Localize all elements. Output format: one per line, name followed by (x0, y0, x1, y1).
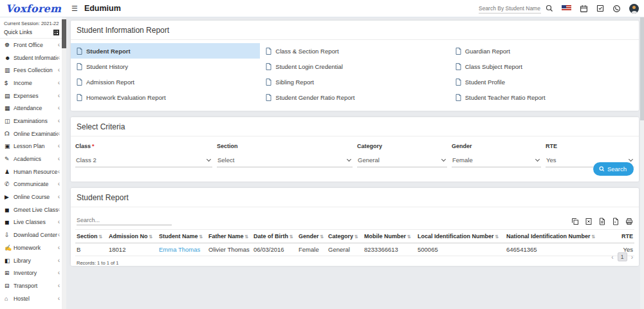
sort-icon: ⇅ (407, 234, 411, 239)
sort-icon: ⇅ (99, 234, 103, 239)
col-date-of-birth[interactable]: Date of Birth⇅ (252, 230, 297, 243)
category-select[interactable]: General (357, 152, 447, 167)
cell-father-name: Olivier Thomas (207, 243, 252, 256)
document-icon (455, 94, 461, 101)
sidebar-item-examinations[interactable]: ◫ Examinations ‹ (0, 115, 66, 127)
chevron-icon: ‹ (58, 93, 60, 99)
sidebar-item-download-center[interactable]: ⇩ Download Center ‹ (0, 229, 66, 241)
csv-export-icon[interactable] (598, 218, 606, 225)
sidebar-item-front-office[interactable]: ☸ Front Office ‹ (0, 39, 66, 52)
col-national-identification-number[interactable]: National Identification Number⇅ (505, 230, 614, 243)
pdf-export-icon[interactable] (612, 218, 620, 225)
link-student-teacher-ratio-report[interactable]: Student Teacher Ratio Report (450, 89, 639, 105)
student-search-input[interactable] (479, 4, 541, 14)
sidebar-item-online-course[interactable]: ▶ Online Course ‹ (0, 191, 66, 203)
front-office-icon: ☸ (5, 42, 14, 48)
link-admission-report[interactable]: Admission Report (71, 74, 260, 89)
chevron-down-icon (347, 157, 351, 162)
link-student-profile[interactable]: Student Profile (450, 74, 639, 89)
col-section[interactable]: Section⇅ (75, 230, 107, 243)
next-page-button[interactable]: › (631, 254, 633, 261)
prev-page-button[interactable]: ‹ (611, 254, 613, 261)
hamburger-menu-icon[interactable]: ☰ (71, 5, 78, 13)
sidebar-item-inventory[interactable]: ⊞ Inventory ‹ (0, 267, 66, 279)
library-icon: ◧ (5, 258, 14, 264)
excel-export-icon[interactable] (585, 218, 593, 225)
field-class: Class* Class 2 (75, 143, 212, 167)
link-student-report[interactable]: Student Report (71, 43, 260, 59)
sidebar-item-library[interactable]: ◧ Library ‹ (0, 254, 66, 267)
link-sibling-report[interactable]: Sibling Report (260, 74, 449, 89)
document-icon (77, 94, 82, 101)
chevron-icon: ‹ (58, 283, 60, 289)
page-number-button[interactable]: 1 (618, 252, 627, 261)
sidebar-item-homework[interactable]: ✍ Homework ‹ (0, 241, 66, 254)
col-admission-no[interactable]: Admission No⇅ (107, 230, 158, 243)
sidebar-scrollbar-thumb[interactable] (62, 19, 66, 48)
link-student-login-credential[interactable]: Student Login Credential (260, 59, 449, 74)
cell-gender: Female (297, 243, 327, 256)
copy-icon[interactable] (571, 218, 579, 225)
chevron-down-icon (535, 157, 540, 162)
link-homework-evaluation-report[interactable]: Homework Evaluation Report (71, 89, 260, 105)
sidebar-item-fees-collection[interactable]: ▥ Fees Collection ‹ (0, 64, 66, 77)
section-select[interactable]: Select (217, 152, 353, 167)
table-search-input[interactable] (77, 216, 172, 225)
sidebar-item-lesson-plan[interactable]: ▣ Lesson Plan ‹ (0, 140, 66, 153)
sidebar-item-student-information[interactable]: ☻ Student Information ‹ (0, 52, 66, 64)
sidebar-item-online-examinations[interactable]: ☊ Online Examinations ‹ (0, 127, 66, 140)
link-class-section-report[interactable]: Class & Section Report (260, 43, 449, 59)
tasks-icon[interactable] (596, 5, 604, 12)
user-avatar-icon[interactable] (629, 4, 639, 14)
link-guardian-report[interactable]: Guardian Report (450, 43, 639, 59)
sidebar-item-income[interactable]: $ Income ‹ (0, 77, 66, 89)
col-gender[interactable]: Gender⇅ (297, 230, 327, 243)
top-bar: Voxforem ☰ Edumium (0, 0, 644, 17)
field-section: Section Select (217, 143, 353, 167)
pagination: ‹ 1 › (611, 252, 633, 261)
chevron-icon: ‹ (58, 42, 60, 48)
document-icon (266, 63, 271, 70)
print-icon[interactable] (625, 218, 633, 225)
chevron-icon: ‹ (58, 131, 60, 137)
sidebar-item-transport[interactable]: ⊟ Transport ‹ (0, 279, 66, 292)
link-student-history[interactable]: Student History (71, 59, 260, 74)
chevron-icon: ‹ (58, 169, 60, 175)
sort-icon: ⇅ (592, 234, 596, 239)
link-class-subject-report[interactable]: Class Subject Report (450, 59, 639, 74)
sidebar-item-human-resource[interactable]: ♟ Human Resource ‹ (0, 165, 66, 178)
card-title: Student Report (71, 188, 639, 207)
sidebar-item-expenses[interactable]: ▤ Expenses ‹ (0, 89, 66, 102)
sidebar: Current Session: 2021-22 Quick Links ☸ F… (0, 17, 66, 309)
calendar-icon[interactable] (580, 5, 588, 13)
search-icon[interactable] (546, 5, 553, 12)
col-local-identification-number[interactable]: Local Identification Number⇅ (416, 230, 505, 243)
search-icon (599, 166, 605, 172)
class-select[interactable]: Class 2 (75, 152, 212, 167)
page-scrollbar-thumb[interactable] (640, 17, 644, 120)
gender-select[interactable]: Female (452, 152, 541, 167)
col-mobile-number[interactable]: Mobile Number⇅ (363, 230, 416, 243)
col-father-name[interactable]: Father Name⇅ (207, 230, 252, 243)
chevron-icon: ‹ (58, 143, 60, 149)
sidebar-item-live-classes[interactable]: ◼ Live Classes ‹ (0, 216, 66, 229)
us-flag-icon[interactable] (562, 5, 571, 12)
sort-icon: ⇅ (199, 234, 203, 239)
sidebar-item-communicate[interactable]: ✆ Communicate ‹ (0, 178, 66, 191)
chevron-icon: ‹ (58, 245, 60, 251)
select-criteria-card: Select Criteria Class* Class 2 Section S… (71, 117, 639, 182)
sort-icon: ⇅ (149, 234, 153, 239)
apps-grid-icon[interactable] (53, 30, 59, 35)
student-name-link[interactable]: Emma Thomas (158, 243, 207, 256)
sidebar-item-hostel[interactable]: ⌂ Hostel ‹ (0, 292, 66, 305)
whatsapp-icon[interactable] (612, 5, 621, 13)
col-category[interactable]: Category⇅ (327, 230, 363, 243)
col-rte: RTE (614, 230, 634, 243)
sidebar-item-academics[interactable]: ✎ Academics ‹ (0, 153, 66, 165)
link-student-gender-ratio-report[interactable]: Student Gender Ratio Report (260, 89, 449, 105)
col-student-name[interactable]: Student Name⇅ (158, 230, 207, 243)
search-button[interactable]: Search (593, 162, 634, 176)
page-scrollbar (640, 17, 644, 309)
sidebar-item-attendance[interactable]: ▦ Attendance ‹ (0, 102, 66, 115)
sidebar-item-gmeet-live-classes[interactable]: ◼ Gmeet Live Classes ‹ (0, 203, 66, 216)
